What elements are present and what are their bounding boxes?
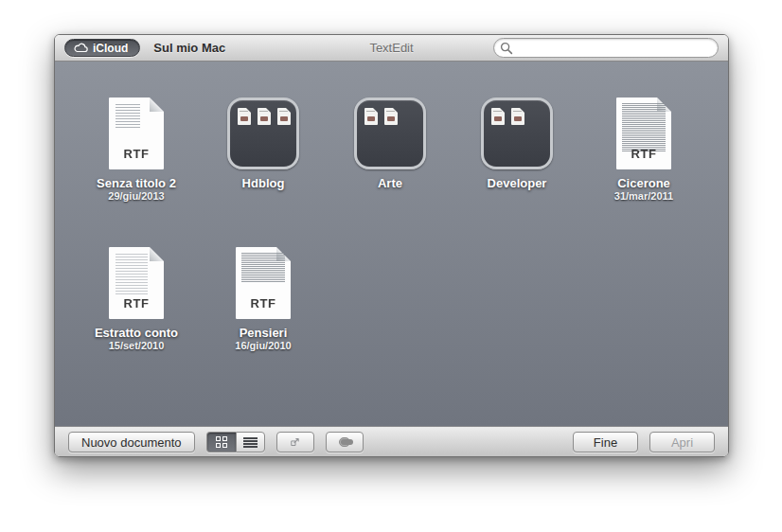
rtf-badge: RTF bbox=[109, 296, 164, 310]
new-document-button[interactable]: Nuovo documento bbox=[68, 432, 195, 452]
cloud-icon bbox=[74, 43, 88, 53]
grid-row: RTF Senza titolo 2 29/giu/2013 Hdblog Ar… bbox=[73, 90, 728, 202]
file-date: 15/set/2010 bbox=[109, 340, 165, 351]
file-date: 31/mar/2011 bbox=[614, 190, 673, 202]
folder-name: Developer bbox=[488, 176, 547, 190]
file-item-senza-titolo-2[interactable]: RTF Senza titolo 2 29/giu/2013 bbox=[73, 90, 200, 202]
mini-document-icon bbox=[277, 108, 291, 125]
search-icon bbox=[500, 42, 513, 55]
mini-document-icon bbox=[258, 108, 271, 125]
search-input[interactable] bbox=[493, 38, 719, 58]
folder-icon bbox=[481, 98, 553, 169]
tab-icloud[interactable]: iCloud bbox=[64, 39, 140, 57]
file-item-estratto-conto[interactable]: RTF Estratto conto 15/set/2010 bbox=[73, 239, 200, 351]
folder-name: Arte bbox=[378, 176, 402, 190]
list-view-icon bbox=[243, 437, 258, 448]
tab-on-my-mac[interactable]: Sul mio Mac bbox=[153, 41, 225, 55]
grid-view-button[interactable] bbox=[206, 432, 236, 452]
view-mode-segmented-control bbox=[206, 432, 265, 452]
folder-item-developer[interactable]: Developer bbox=[453, 90, 580, 202]
list-view-button[interactable] bbox=[236, 432, 265, 452]
folder-icon bbox=[354, 98, 426, 169]
rtf-badge: RTF bbox=[236, 296, 291, 310]
rtf-document-icon: RTF bbox=[109, 247, 164, 319]
file-date: 16/giu/2010 bbox=[235, 340, 291, 351]
folder-item-hdblog[interactable]: Hdblog bbox=[200, 90, 327, 202]
grid-view-icon bbox=[216, 436, 227, 448]
open-button[interactable]: Apri bbox=[649, 432, 715, 452]
file-name: Cicerone bbox=[617, 176, 670, 190]
search-box bbox=[493, 38, 719, 58]
file-item-cicerone[interactable]: RTF Cicerone 31/mar/2011 bbox=[580, 90, 707, 202]
version-switch-button[interactable] bbox=[326, 432, 364, 452]
file-date: 29/giu/2013 bbox=[108, 190, 164, 202]
rtf-document-icon: RTF bbox=[236, 247, 291, 319]
icloud-document-picker-window: iCloud Sul mio Mac TextEdit RTF bbox=[54, 34, 729, 457]
switch-icon bbox=[339, 437, 350, 447]
mini-document-icon bbox=[364, 108, 378, 125]
document-grid: RTF Senza titolo 2 29/giu/2013 Hdblog Ar… bbox=[55, 62, 728, 426]
file-item-pensieri[interactable]: RTF Pensieri 16/giu/2010 bbox=[200, 239, 327, 351]
rtf-badge: RTF bbox=[109, 147, 164, 161]
rtf-document-icon: RTF bbox=[616, 98, 671, 169]
mini-document-icon bbox=[384, 108, 398, 125]
folder-name: Hdblog bbox=[242, 176, 285, 190]
file-name: Pensieri bbox=[240, 326, 288, 340]
share-button[interactable] bbox=[276, 432, 314, 452]
rtf-document-icon: RTF bbox=[109, 98, 164, 169]
page-fold bbox=[150, 98, 164, 112]
file-name: Estratto conto bbox=[95, 326, 178, 340]
folder-item-arte[interactable]: Arte bbox=[327, 90, 453, 202]
share-icon bbox=[290, 435, 301, 449]
page-fold bbox=[150, 247, 164, 261]
rtf-badge: RTF bbox=[616, 147, 671, 161]
grid-row: RTF Estratto conto 15/set/2010 RTF Pensi… bbox=[73, 239, 728, 351]
bottom-toolbar: Nuovo documento Fine Apri bbox=[55, 426, 728, 457]
file-name: Senza titolo 2 bbox=[97, 176, 176, 190]
tab-icloud-label: iCloud bbox=[93, 42, 128, 55]
titlebar: iCloud Sul mio Mac TextEdit bbox=[55, 35, 728, 62]
mini-document-icon bbox=[238, 108, 251, 125]
mini-document-icon bbox=[511, 108, 524, 125]
done-button[interactable]: Fine bbox=[573, 432, 638, 452]
folder-icon bbox=[227, 98, 299, 169]
mini-document-icon bbox=[491, 108, 505, 125]
